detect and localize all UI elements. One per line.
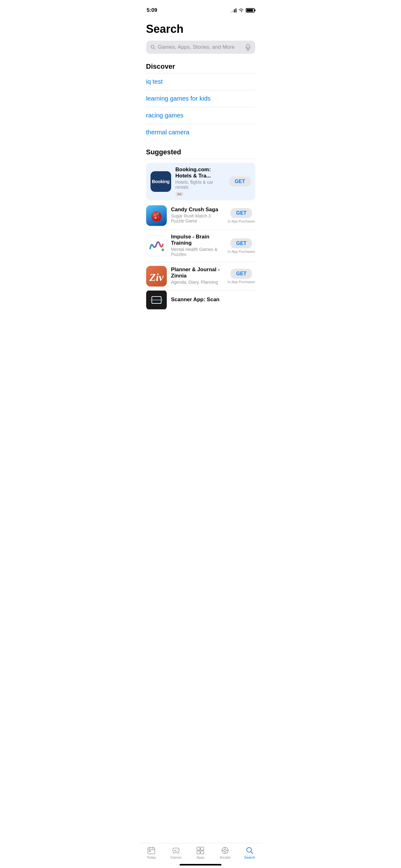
get-wrapper-impulse: GET In-App Purchases (228, 239, 255, 253)
get-button-candy-crush[interactable]: GET (231, 208, 252, 218)
get-button-impulse[interactable]: GET (231, 239, 252, 248)
discover-link-racing-games: racing games (146, 112, 183, 119)
suggested-title: Suggested (146, 148, 255, 156)
get-button-booking[interactable]: GET (229, 177, 251, 187)
search-bar[interactable]: Games, Apps, Stories, and More (146, 41, 255, 54)
app-name-zinnia: Planner & Journal - Zinnia (171, 267, 224, 279)
app-subtitle-impulse: Mental Health Games & Puzzles (171, 247, 224, 257)
discover-link-thermal-camera: thermal camera (146, 129, 190, 135)
app-info-candy-crush: Candy Crush Saga Sugar Rush Match 3 Puzz… (171, 207, 224, 225)
in-app-label-candy-crush: In-App Purchases (228, 219, 255, 223)
battery-icon (246, 8, 255, 12)
suggested-divider (146, 159, 255, 159)
discover-link-iq-test: iq test (146, 78, 163, 85)
app-card-booking[interactable]: Booking Booking.com: Hotels & Tra... Hot… (146, 163, 255, 200)
app-icon-candy-crush (146, 205, 167, 226)
svg-point-9 (155, 217, 157, 219)
svg-rect-2 (247, 44, 249, 48)
app-icon-impulse (146, 236, 167, 256)
svg-point-10 (158, 217, 159, 218)
app-card-scanner[interactable]: Scanner App: Scan (146, 290, 255, 309)
in-app-label-zinnia: In-App Purchases (228, 280, 255, 284)
svg-text:Ziv: Ziv (149, 272, 164, 283)
search-bar-icon (151, 45, 156, 50)
in-app-label-impulse: In-App Purchases (228, 250, 255, 253)
svg-point-12 (154, 213, 156, 215)
app-card-zinnia[interactable]: Ziv Planner & Journal - Zinnia Agenda, D… (146, 262, 255, 290)
app-info-zinnia: Planner & Journal - Zinnia Agenda, Diary… (171, 267, 224, 286)
app-card-candy-crush[interactable]: Candy Crush Saga Sugar Rush Match 3 Puzz… (146, 202, 255, 230)
discover-item-iq-test[interactable]: iq test (146, 73, 255, 90)
status-icons (231, 8, 255, 12)
discover-item-racing-games[interactable]: racing games (146, 107, 255, 124)
mic-icon[interactable] (245, 44, 251, 51)
status-bar: 5:09 (139, 0, 262, 16)
app-subtitle-zinnia: Agenda, Diary, Planning (171, 280, 224, 285)
app-info-booking: Booking.com: Hotels & Tra... Hotels, fli… (175, 166, 225, 196)
page-title: Search (146, 23, 255, 36)
app-icon-zinnia: Ziv (146, 266, 167, 286)
wifi-icon (238, 8, 244, 12)
app-subtitle-booking: Hotels, flights & car rentals (175, 180, 225, 190)
discover-item-learning-games[interactable]: learning games for kids (146, 90, 255, 107)
app-info-impulse: Impulse - Brain Training Mental Health G… (171, 234, 224, 258)
get-wrapper-candy-crush: GET In-App Purchases (228, 208, 255, 223)
main-content: Search Games, Apps, Stories, and More Di… (139, 16, 262, 347)
svg-point-6 (152, 212, 162, 221)
discover-title: Discover (146, 62, 255, 71)
svg-line-1 (154, 48, 155, 50)
app-card-impulse[interactable]: Impulse - Brain Training Mental Health G… (146, 230, 255, 262)
discover-section: Discover iq test learning games for kids… (146, 62, 255, 141)
app-name-impulse: Impulse - Brain Training (171, 234, 224, 246)
app-info-scanner: Scanner App: Scan (171, 297, 255, 303)
app-icon-scanner (146, 290, 167, 309)
ad-badge: Ad (175, 192, 183, 196)
discover-item-thermal-camera[interactable]: thermal camera (146, 124, 255, 141)
app-name-booking: Booking.com: Hotels & Tra... (175, 166, 225, 179)
search-placeholder: Games, Apps, Stories, and More (158, 44, 243, 50)
svg-point-11 (156, 213, 157, 215)
app-icon-booking: Booking (151, 171, 171, 192)
svg-point-14 (162, 249, 164, 251)
get-wrapper-zinnia: GET In-App Purchases (228, 269, 255, 284)
signal-icon (231, 8, 236, 12)
app-name-candy-crush: Candy Crush Saga (171, 207, 224, 213)
discover-link-learning-games: learning games for kids (146, 95, 211, 102)
status-time: 5:09 (147, 7, 157, 13)
get-button-zinnia[interactable]: GET (231, 269, 252, 279)
app-name-scanner: Scanner App: Scan (171, 297, 255, 303)
app-subtitle-candy-crush: Sugar Rush Match 3 Puzzle Game (171, 213, 224, 223)
suggested-section: Suggested Booking Booking.com: Hotels & … (146, 148, 255, 309)
